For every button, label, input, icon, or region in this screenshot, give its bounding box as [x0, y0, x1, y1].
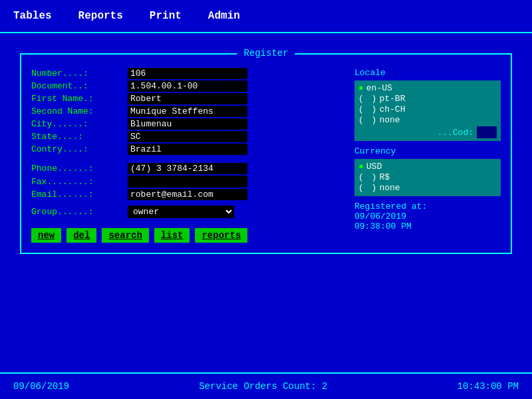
status-date: 09/06/2019 — [13, 381, 69, 392]
locale-pt-br-space: ) — [366, 94, 377, 104]
city-row: City......: Blumenau — [31, 118, 341, 130]
currency-none-label: none — [379, 183, 400, 193]
radio-selected-icon-usd: ● — [358, 162, 364, 172]
group-row: Group......: owner admin user — [31, 205, 341, 218]
radio-unselected-icon-none: ( — [358, 183, 364, 193]
menu-admin[interactable]: Admin — [208, 10, 240, 22]
firstname-value: Robert — [128, 93, 247, 104]
number-label: Number....: — [31, 68, 128, 78]
secondname-row: Second Name: Munique Steffens — [31, 106, 341, 117]
locale-pt-br[interactable]: ( ) pt-BR — [358, 94, 497, 104]
firstname-label: First Name.: — [31, 94, 128, 104]
reports-button[interactable]: reports — [195, 228, 247, 243]
currency-rs[interactable]: ( ) R$ — [358, 172, 497, 182]
locale-none-space: ) — [366, 115, 377, 125]
number-value: 106 — [128, 68, 247, 79]
status-service-orders: Service Orders Count: 2 — [199, 381, 327, 392]
locale-none[interactable]: ( ) none — [358, 115, 497, 125]
email-row: Email......: robert@email.com — [31, 189, 341, 200]
document-label: Document..: — [31, 81, 128, 91]
locale-none-label: none — [379, 115, 400, 125]
secondname-value: Munique Steffens — [128, 106, 247, 117]
currency-none-space: ) — [366, 183, 377, 193]
locale-title: Locale — [354, 68, 501, 78]
locale-ch-ch-space: ) — [366, 104, 377, 114]
register-title: Register — [237, 48, 295, 59]
firstname-row: First Name.: Robert — [31, 93, 341, 104]
register-body: Number....: 106 Document..: 1.504.00.1-0… — [31, 68, 501, 243]
city-label: City......: — [31, 119, 128, 129]
menu-reports[interactable]: Reports — [78, 10, 123, 22]
cod-label: ...Cod: — [437, 128, 473, 138]
currency-title: Currency — [354, 146, 501, 156]
list-button[interactable]: list — [154, 228, 190, 243]
radio-unselected-icon-rs: ( — [358, 172, 364, 182]
country-row: Contry....: Brazil — [31, 144, 341, 155]
fax-row: Fax........: — [31, 176, 341, 188]
locale-box: ● en-US ( ) pt-BR ( ) ch-CH ( — [354, 80, 501, 141]
search-button[interactable]: search — [102, 228, 148, 243]
left-column: Number....: 106 Document..: 1.504.00.1-0… — [31, 68, 341, 243]
right-column: Locale ● en-US ( ) pt-BR ( ) ch-CH — [354, 68, 501, 243]
currency-usd-label: USD — [366, 162, 382, 172]
registered-label: Registered at: — [354, 201, 501, 211]
currency-usd[interactable]: ● USD — [358, 162, 497, 172]
register-panel: Register Number....: 106 Document..: 1.5… — [20, 53, 512, 254]
radio-selected-icon: ● — [358, 83, 364, 93]
action-buttons: new del search list reports — [31, 228, 341, 243]
registered-date: 09/06/2019 — [354, 211, 501, 221]
state-value: SC — [128, 131, 247, 142]
document-row: Document..: 1.504.00.1-00 — [31, 80, 341, 92]
number-row: Number....: 106 — [31, 68, 341, 79]
email-label: Email......: — [31, 190, 128, 200]
email-value: robert@email.com — [128, 189, 247, 200]
currency-rs-space: ) — [366, 172, 377, 182]
city-value: Blumenau — [128, 118, 247, 130]
secondname-label: Second Name: — [31, 106, 128, 116]
group-label: Group......: — [31, 207, 128, 217]
country-value: Brazil — [128, 144, 247, 155]
phone-label: Phone......: — [31, 164, 128, 174]
new-button[interactable]: new — [31, 228, 61, 243]
radio-unselected-icon3: ( — [358, 115, 364, 125]
currency-none[interactable]: ( ) none — [358, 183, 497, 193]
main-content: Register Number....: 106 Document..: 1.5… — [0, 33, 532, 274]
group-select[interactable]: owner admin user — [128, 205, 234, 218]
locale-en-us-label: en-US — [366, 83, 392, 93]
fax-value — [128, 176, 247, 188]
currency-rs-label: R$ — [379, 172, 390, 182]
currency-box: ● USD ( ) R$ ( ) none — [354, 159, 501, 196]
locale-ch-ch-label: ch-CH — [379, 104, 405, 114]
del-button[interactable]: del — [66, 228, 96, 243]
state-label: State....: — [31, 132, 128, 142]
phone-row: Phone......: (47) 3 3784-2134 — [31, 163, 341, 174]
document-value: 1.504.00.1-00 — [128, 80, 247, 92]
fax-label: Fax........: — [31, 177, 128, 187]
radio-unselected-icon: ( — [358, 94, 364, 104]
radio-unselected-icon2: ( — [358, 104, 364, 114]
locale-en-us[interactable]: ● en-US — [358, 83, 497, 93]
cod-row: ...Cod: — [358, 126, 497, 138]
state-row: State....: SC — [31, 131, 341, 142]
phone-value: (47) 3 3784-2134 — [128, 163, 247, 174]
menu-tables[interactable]: Tables — [13, 10, 52, 22]
registered-time: 09:38:00 PM — [354, 221, 501, 231]
status-time: 10:43:00 PM — [458, 381, 519, 392]
locale-ch-ch[interactable]: ( ) ch-CH — [358, 104, 497, 114]
cod-value — [477, 126, 497, 138]
locale-pt-br-label: pt-BR — [379, 94, 405, 104]
country-label: Contry....: — [31, 144, 128, 154]
menu-print[interactable]: Print — [150, 10, 182, 22]
menu-bar: Tables Reports Print Admin — [0, 0, 532, 33]
status-bar: 09/06/2019 Service Orders Count: 2 10:43… — [0, 372, 532, 399]
